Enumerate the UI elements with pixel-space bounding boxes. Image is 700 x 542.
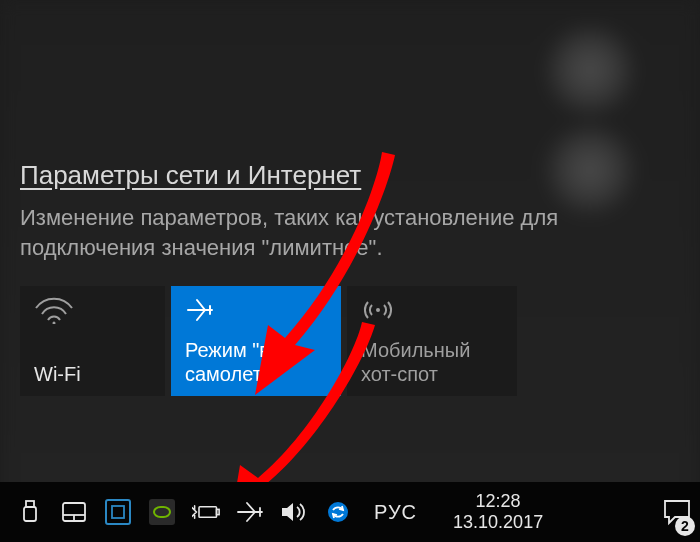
airplane-mode-tile-label: Режим "в самолете" <box>185 338 327 386</box>
display-icon[interactable] <box>104 498 132 526</box>
svg-point-10 <box>328 502 348 522</box>
nvidia-icon[interactable] <box>148 498 176 526</box>
airplane-mode-tile[interactable]: Режим "в самолете" <box>171 286 341 396</box>
wifi-tile-label: Wi-Fi <box>34 362 151 386</box>
svg-rect-8 <box>199 507 217 518</box>
airplane-icon[interactable] <box>236 498 264 526</box>
network-settings-description: Изменение параметров, таких как установл… <box>20 203 660 262</box>
hotspot-tile-label: Мобильный хот-спот <box>361 338 503 386</box>
network-flyout: Параметры сети и Интернет Изменение пара… <box>0 0 700 482</box>
wifi-tile[interactable]: Wi-Fi <box>20 286 165 396</box>
clock[interactable]: 12:28 13.10.2017 <box>439 491 557 532</box>
action-center-badge: 2 <box>675 516 695 536</box>
hotspot-icon <box>361 296 503 324</box>
network-settings-link[interactable]: Параметры сети и Интернет <box>20 160 361 191</box>
taskbar: РУС 12:28 13.10.2017 2 <box>0 482 700 542</box>
svg-rect-7 <box>112 506 124 518</box>
screenshot-root: Параметры сети и Интернет Изменение пара… <box>0 0 700 542</box>
hotspot-tile[interactable]: Мобильный хот-спот <box>347 286 517 396</box>
language-indicator[interactable]: РУС <box>368 501 423 524</box>
touchpad-icon[interactable] <box>60 498 88 526</box>
action-center-button[interactable]: 2 <box>654 482 700 542</box>
svg-rect-3 <box>24 507 36 521</box>
volume-icon[interactable] <box>280 498 308 526</box>
sync-icon[interactable] <box>324 498 352 526</box>
battery-icon[interactable] <box>192 498 220 526</box>
quick-action-tiles: Wi-Fi Режим "в самолете" <box>20 286 700 396</box>
usb-icon[interactable] <box>16 498 44 526</box>
wifi-icon <box>34 296 151 324</box>
svg-point-1 <box>376 308 380 312</box>
svg-point-0 <box>53 322 56 325</box>
svg-rect-9 <box>217 509 220 514</box>
system-tray: РУС 12:28 13.10.2017 <box>0 491 654 532</box>
airplane-icon <box>185 296 327 324</box>
clock-time: 12:28 <box>453 491 543 512</box>
clock-date: 13.10.2017 <box>453 512 543 533</box>
